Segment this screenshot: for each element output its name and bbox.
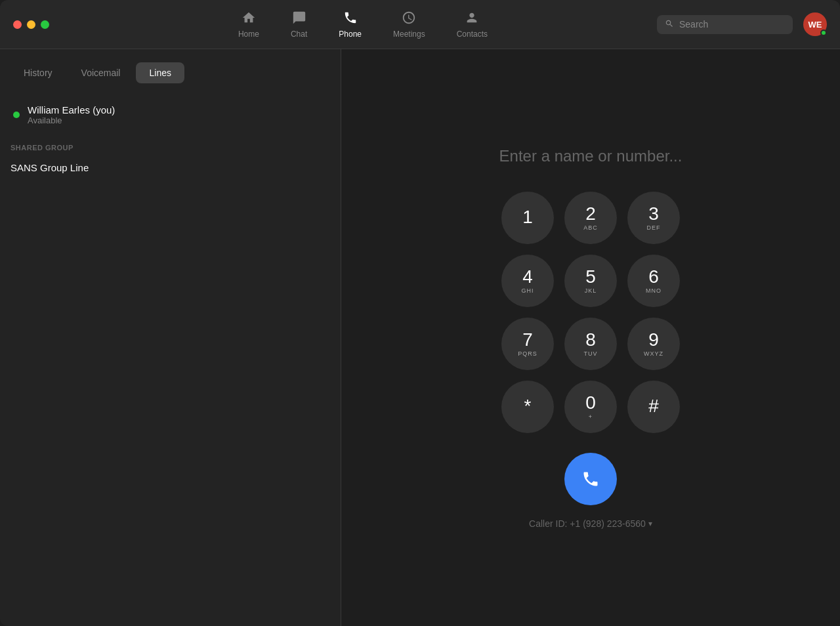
tab-contacts[interactable]: Contacts: [441, 5, 503, 44]
caller-id[interactable]: Caller ID: +1 (928) 223-6560 ▾: [529, 518, 652, 529]
dial-digit-3: 3: [648, 205, 659, 223]
window-controls: [13, 20, 49, 29]
tab-chat[interactable]: Chat: [275, 5, 323, 44]
dial-letters-0: +: [589, 413, 593, 420]
sidebar: History Voicemail Lines William Earles (…: [0, 49, 341, 626]
titlebar: Home Chat Phone Meetings Contacts: [0, 0, 840, 49]
meetings-icon: [402, 10, 416, 27]
dial-btn-5[interactable]: 5 JKL: [564, 255, 617, 307]
dial-digit-6: 6: [648, 268, 659, 286]
user-status-dot: [13, 112, 20, 118]
dial-input[interactable]: [472, 147, 709, 165]
avatar-initials: WE: [808, 20, 822, 30]
chevron-down-icon: ▾: [648, 519, 652, 528]
home-icon: [242, 10, 256, 27]
avatar[interactable]: WE: [803, 12, 827, 36]
group-section: SHARED GROUP SANS Group Line: [10, 144, 330, 176]
dial-btn-4[interactable]: 4 GHI: [501, 255, 554, 307]
dial-letters-2: ABC: [583, 224, 598, 231]
dial-digit-8: 8: [585, 331, 596, 349]
tab-lines[interactable]: Lines: [136, 62, 184, 83]
dialpad-area: 1 2 ABC 3 DEF 4 GHI 5 JKL 6 MNO: [341, 49, 840, 626]
phone-call-icon: [581, 470, 600, 488]
dial-digit-star: *: [524, 397, 532, 415]
close-button[interactable]: [13, 20, 22, 29]
tab-meetings-label: Meetings: [393, 30, 425, 39]
dial-btn-hash[interactable]: #: [627, 381, 680, 433]
dial-letters-3: DEF: [647, 224, 661, 231]
dial-btn-6[interactable]: 6 MNO: [627, 255, 680, 307]
search-box[interactable]: [657, 15, 793, 34]
dialpad-grid: 1 2 ABC 3 DEF 4 GHI 5 JKL 6 MNO: [501, 192, 680, 433]
maximize-button[interactable]: [41, 20, 49, 29]
search-icon: [665, 19, 674, 30]
dial-digit-9: 9: [648, 331, 659, 349]
dial-digit-1: 1: [522, 208, 533, 226]
phone-icon: [343, 10, 358, 27]
dial-digit-4: 4: [522, 268, 533, 286]
user-info: William Earles (you) Available: [28, 104, 115, 125]
dial-btn-3[interactable]: 3 DEF: [627, 192, 680, 244]
tab-chat-label: Chat: [291, 30, 307, 39]
dial-letters-7: PQRS: [518, 350, 537, 357]
dial-letters-5: JKL: [585, 287, 597, 294]
avatar-online-badge: [820, 30, 827, 36]
nav-tabs: Home Chat Phone Meetings Contacts: [69, 5, 657, 44]
tab-home-label: Home: [238, 30, 259, 39]
tab-phone[interactable]: Phone: [323, 5, 377, 44]
tab-phone-label: Phone: [339, 30, 362, 39]
call-button[interactable]: [564, 453, 617, 505]
sidebar-tab-bar: History Voicemail Lines: [10, 62, 330, 83]
dial-btn-7[interactable]: 7 PQRS: [501, 318, 554, 370]
dial-digit-5: 5: [585, 268, 596, 286]
tab-voicemail[interactable]: Voicemail: [68, 62, 134, 83]
group-line[interactable]: SANS Group Line: [10, 159, 330, 176]
minimize-button[interactable]: [27, 20, 35, 29]
dial-input-wrapper: [472, 147, 709, 165]
user-status: Available: [28, 115, 115, 125]
dial-digit-0: 0: [585, 394, 596, 412]
dial-letters-4: GHI: [521, 287, 534, 294]
dial-letters-6: MNO: [646, 287, 662, 294]
caller-id-text: Caller ID: +1 (928) 223-6560: [529, 518, 646, 529]
dial-letters-8: TUV: [584, 350, 598, 357]
dial-digit-hash: #: [648, 397, 659, 415]
tab-contacts-label: Contacts: [457, 30, 488, 39]
dial-digit-2: 2: [585, 205, 596, 223]
dial-digit-7: 7: [522, 331, 533, 349]
contacts-icon: [465, 10, 479, 27]
dial-btn-1[interactable]: 1: [501, 192, 554, 244]
dial-btn-8[interactable]: 8 TUV: [564, 318, 617, 370]
dial-btn-2[interactable]: 2 ABC: [564, 192, 617, 244]
dial-btn-9[interactable]: 9 WXYZ: [627, 318, 680, 370]
user-entry: William Earles (you) Available: [10, 99, 330, 131]
dial-btn-star[interactable]: *: [501, 381, 554, 433]
search-area: [657, 15, 793, 34]
main-layout: History Voicemail Lines William Earles (…: [0, 49, 840, 626]
tab-home[interactable]: Home: [222, 5, 275, 44]
chat-icon: [292, 10, 306, 27]
tab-history[interactable]: History: [10, 62, 66, 83]
search-input[interactable]: [679, 19, 785, 30]
user-name: William Earles (you): [28, 104, 115, 115]
dial-letters-9: WXYZ: [644, 350, 663, 357]
dial-btn-0[interactable]: 0 +: [564, 381, 617, 433]
tab-meetings[interactable]: Meetings: [377, 5, 441, 44]
shared-group-label: SHARED GROUP: [10, 144, 330, 152]
